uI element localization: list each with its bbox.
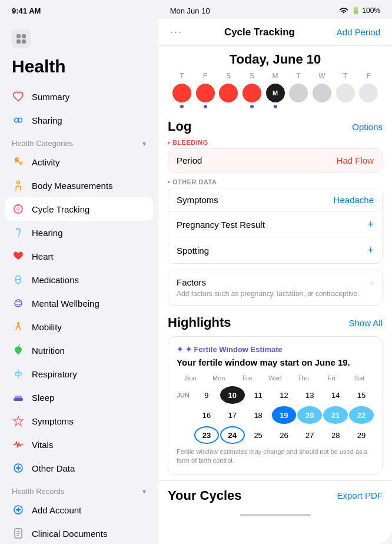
sidebar-item-summary[interactable]: Summary (0, 85, 158, 108)
svg-point-8 (16, 207, 21, 211)
cal-cell-23[interactable]: 23 (194, 426, 219, 444)
show-all-button[interactable]: Show All (348, 318, 383, 328)
cal-cell-20[interactable]: 20 (297, 406, 322, 424)
export-pdf-button[interactable]: Export PDF (337, 490, 383, 500)
sidebar-item-medications[interactable]: Medications (0, 268, 158, 291)
spotting-row[interactable]: Spotting + (168, 238, 382, 263)
sidebar-item-add-account[interactable]: Add Account (0, 498, 158, 522)
hearing-icon (12, 226, 25, 239)
health-categories-header[interactable]: Health Categories ▾ (0, 132, 158, 150)
week-day-label: T (180, 72, 184, 80)
cal-cell-25[interactable]: 25 (246, 426, 271, 444)
health-categories-title: Health Categories (12, 139, 73, 148)
cycle-tracking-label: Cycle Tracking (32, 204, 89, 214)
cal-cell-29[interactable]: 29 (349, 426, 374, 444)
sharing-icon (12, 114, 25, 127)
week-dot (297, 105, 300, 108)
week-dot (227, 105, 230, 108)
hearing-label: Hearing (32, 228, 63, 238)
cal-cell-9[interactable]: 9 (194, 386, 219, 404)
log-options-button[interactable]: Options (352, 122, 383, 132)
mini-cal-wed: Wed (261, 373, 290, 383)
nutrition-icon (12, 344, 25, 357)
cal-cell-17[interactable]: 17 (220, 406, 245, 424)
cal-cell-12[interactable]: 12 (272, 386, 297, 404)
cal-cell-14[interactable]: 14 (323, 386, 348, 404)
cal-cell-18[interactable]: 18 (246, 406, 271, 424)
sidebar-item-other-data[interactable]: Other Data (0, 456, 158, 480)
fertile-window-description: Your fertile window may start on June 19… (177, 357, 374, 367)
cal-cell-10-today[interactable]: 10 (220, 386, 245, 404)
sidebar-item-cycle-tracking[interactable]: Cycle Tracking (5, 197, 153, 221)
week-day-label: S (250, 72, 254, 80)
sidebar-item-vitals[interactable]: Vitals (0, 433, 158, 456)
cal-cell-15[interactable]: 15 (349, 386, 374, 404)
mini-cal-header: Sun Mon Tue Wed Thu Fri Sat (177, 373, 374, 383)
factors-chevron-icon: › (371, 278, 374, 287)
period-label: Period (177, 155, 202, 165)
period-circle[interactable] (196, 84, 215, 102)
cal-cell-21[interactable]: 21 (323, 406, 348, 424)
sidebar-item-mobility[interactable]: Mobility (0, 315, 158, 339)
week-dot (274, 105, 277, 108)
cal-cell-26[interactable]: 26 (272, 426, 297, 444)
sidebar-item-nutrition[interactable]: Nutrition (0, 339, 158, 362)
symptoms-row[interactable]: Symptoms Headache (168, 188, 382, 212)
sidebar-item-heart[interactable]: Heart (0, 244, 158, 268)
sidebar-item-symptoms[interactable]: Symptoms (0, 409, 158, 433)
future-circle[interactable] (289, 84, 308, 102)
future-circle[interactable] (336, 84, 355, 102)
cal-cell-24[interactable]: 24 (220, 426, 245, 444)
health-records-header[interactable]: Health Records ▾ (0, 480, 158, 498)
week-day-label: F (367, 72, 371, 80)
cal-cell-13[interactable]: 13 (297, 386, 322, 404)
sidebar-item-sharing[interactable]: Sharing (0, 108, 158, 132)
vitals-icon (12, 438, 25, 451)
pregnancy-test-row[interactable]: Pregnancy Test Result + (168, 212, 382, 238)
future-circle[interactable] (359, 84, 378, 102)
period-circle[interactable] (172, 84, 191, 102)
period-circle[interactable] (219, 84, 238, 102)
sidebar-item-respiratory[interactable]: Respiratory (0, 362, 158, 386)
pregnancy-test-plus: + (367, 218, 374, 231)
cal-cell-22[interactable]: 22 (349, 406, 374, 424)
sidebar-item-body-measurements[interactable]: Body Measurements (0, 174, 158, 197)
week-day-label: F (203, 72, 207, 80)
mini-cal-sat: Sat (346, 373, 374, 383)
status-date: Mon Jun 10 (170, 6, 210, 15)
sidebar-item-activity[interactable]: Activity (0, 150, 158, 174)
week-dot (320, 105, 324, 108)
other-data-card: Symptoms Headache Pregnancy Test Result … (168, 188, 383, 264)
highlights-section: Highlights Show All ✦ ✦ Fertile Window E… (158, 306, 392, 475)
cal-cell-27[interactable]: 27 (297, 426, 322, 444)
future-circle[interactable] (313, 84, 331, 102)
medications-icon (12, 273, 25, 286)
period-circle[interactable] (242, 84, 261, 102)
sidebar-item-sleep[interactable]: Sleep (0, 386, 158, 409)
clinical-docs-icon (12, 527, 25, 540)
svg-point-10 (18, 236, 19, 237)
sidebar-item-mental-wellbeing[interactable]: Mental Wellbeing (0, 291, 158, 315)
cal-cell-19[interactable]: 19 (272, 406, 297, 424)
today-circle[interactable]: M (266, 84, 285, 102)
sparkle-icon: ✦ (177, 345, 183, 354)
sidebar-item-hearing[interactable]: Hearing (0, 221, 158, 244)
nutrition-label: Nutrition (32, 346, 65, 356)
log-header: Log Options (168, 119, 383, 134)
svg-rect-0 (16, 34, 21, 38)
cycle-tracking-icon (12, 203, 25, 215)
week-day-col: S (240, 72, 264, 108)
factors-card[interactable]: Factors › Add factors such as pregnancy,… (168, 270, 383, 306)
add-period-button[interactable]: Add Period (337, 27, 380, 37)
week-dot (344, 105, 347, 108)
mental-wellbeing-label: Mental Wellbeing (32, 298, 99, 309)
cal-cell-11[interactable]: 11 (246, 386, 271, 404)
cal-cell-28[interactable]: 28 (323, 426, 348, 444)
week-day-label: W (318, 72, 325, 80)
sidebar-item-clinical-documents[interactable]: Clinical Documents (0, 522, 158, 544)
bleeding-card: Period Had Flow (168, 148, 383, 173)
week-dot (367, 105, 370, 108)
period-row[interactable]: Period Had Flow (168, 149, 382, 172)
week-day-col: F (357, 72, 380, 108)
cal-cell-16[interactable]: 16 (194, 406, 219, 424)
